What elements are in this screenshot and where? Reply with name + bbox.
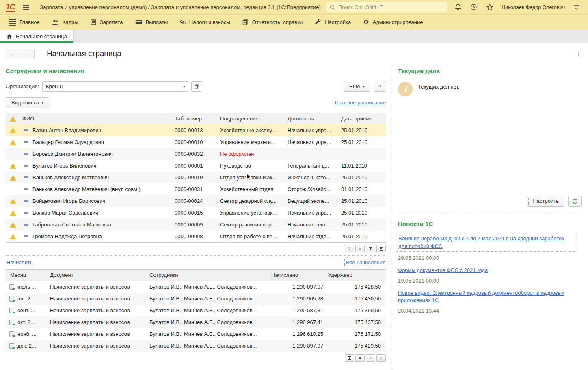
- news-link[interactable]: Влияние нерабочих дней с 4 по 7 мая 2021…: [398, 235, 574, 250]
- wallet-icon: [135, 20, 142, 25]
- list-view-button[interactable]: Вид списка▾: [6, 97, 49, 108]
- organization-value: Крон-Ц: [43, 82, 179, 91]
- news-panel: Новости 1С Влияние нерабочих дней с 4 по…: [398, 215, 582, 370]
- menu-item-payments[interactable]: Выплаты: [129, 15, 174, 30]
- menu-item-reports[interactable]: Отчетность, справки: [236, 15, 309, 30]
- col-hire-date: Дата приема: [339, 115, 386, 122]
- scroll-down-button[interactable]: [366, 354, 375, 362]
- global-search-input[interactable]: Поиск Ctrl+Shift+F: [326, 2, 447, 12]
- all-accruals-link[interactable]: Все начисления: [346, 259, 385, 266]
- forward-arrow-icon: →: [24, 50, 30, 57]
- accruals-table-pager: [6, 352, 386, 363]
- scroll-last-button[interactable]: [376, 354, 386, 362]
- menu-item-hr[interactable]: Кадры: [46, 15, 84, 30]
- employee-status-icon: [24, 200, 28, 202]
- more-button[interactable]: Еще▾: [344, 81, 370, 92]
- col-position: Должность: [285, 115, 339, 122]
- employees-section-title: Сотрудники и начисления: [6, 67, 386, 74]
- employee-row[interactable]: Ваньков Александр Матвеевич (внут. совм.…: [6, 183, 386, 195]
- accrual-row[interactable]: сент. ... Начисление зарплаты и взносов …: [6, 305, 386, 316]
- menu-item-taxes[interactable]: % Налоги и взносы: [174, 15, 236, 30]
- news-link[interactable]: Новое видео. Электронный кадровый докуме…: [398, 289, 573, 305]
- search-placeholder: Поиск Ctrl+Shift+F: [338, 4, 383, 10]
- menu-item-salary[interactable]: Зарплата: [84, 15, 129, 30]
- accruals-table-header[interactable]: Месяц Документ Сотрудники Начислено Удер…: [6, 270, 386, 281]
- employee-row[interactable]: Боровой Дмитрий Валентинович 0000-00032 …: [6, 148, 386, 160]
- menu-item-administration[interactable]: ⚙ Администрирование: [357, 15, 429, 30]
- organization-choose-button[interactable]: [191, 81, 202, 92]
- scroll-first-button[interactable]: [345, 245, 354, 252]
- employee-status-icon: [24, 165, 28, 167]
- forward-button[interactable]: →: [20, 49, 35, 59]
- panel-splitter[interactable]: [6, 255, 386, 256]
- accrue-link[interactable]: Начислить: [6, 259, 32, 266]
- scroll-first-button[interactable]: [345, 354, 354, 362]
- employee-row[interactable]: Войцехович Игорь Борисович 0000-00024 Се…: [6, 195, 386, 207]
- employee-row[interactable]: Громова Надежда Петровна 0000-00008 Отде…: [6, 231, 386, 242]
- employee-status-icon: [24, 129, 28, 131]
- employee-row[interactable]: Базин Антон Владимирович 0000-00013 Хозя…: [6, 124, 386, 136]
- employee-row[interactable]: Волков Марат Савельевич 0000-00015 Управ…: [6, 207, 386, 219]
- notifications-bell-icon[interactable]: [452, 2, 463, 13]
- organization-combobox[interactable]: Крон-Ц ▾: [42, 81, 189, 92]
- accrual-row[interactable]: авг. 2... Начисление зарплаты и взносов …: [6, 293, 386, 305]
- employee-row[interactable]: Ваньков Александр Матвеевич 0000-00019 О…: [6, 172, 386, 183]
- accrual-row[interactable]: июль ... Начисление зарплаты и взносов Б…: [6, 281, 386, 293]
- refresh-button[interactable]: [568, 196, 582, 207]
- gear-icon: ⚙: [363, 19, 369, 26]
- favorites-star-icon[interactable]: [484, 2, 495, 13]
- scroll-up-button[interactable]: [355, 245, 365, 252]
- home-icon: [6, 34, 12, 39]
- posted-document-icon: [9, 296, 14, 302]
- staffing-schedule-link[interactable]: Штатное расписание: [335, 100, 386, 106]
- accrual-row[interactable]: дек. 2... Начисление зарплаты и взносов …: [6, 340, 386, 352]
- employee-row[interactable]: Бальцер Герман Эдуардович 0000-00010 Упр…: [6, 136, 386, 148]
- wrench-icon: [315, 19, 321, 26]
- employee-status-icon: [24, 141, 28, 143]
- system-menu-icon[interactable]: [571, 2, 582, 13]
- warning-icon: [10, 234, 16, 239]
- page-header: ← → Начальная страница ⋮: [0, 43, 588, 62]
- posted-document-icon: [9, 308, 14, 313]
- organization-dropdown-icon[interactable]: ▾: [179, 82, 189, 91]
- more-actions-kebab-icon[interactable]: ⋮: [575, 50, 582, 57]
- news-link[interactable]: Формы документов ФСС с 2021 года: [398, 267, 573, 274]
- refresh-icon: [572, 198, 578, 205]
- open-windows-tabbar: Начальная страница: [0, 30, 588, 43]
- current-user[interactable]: Николаев Федор Олегович: [502, 4, 565, 10]
- scroll-up-button[interactable]: [355, 354, 365, 362]
- employee-status-icon: [24, 176, 28, 178]
- help-button[interactable]: ?: [374, 81, 386, 92]
- main-menu-icon[interactable]: [23, 5, 29, 10]
- news-date: 19.05.2021 00:00: [398, 278, 582, 284]
- col-employees: Сотрудники: [147, 272, 269, 278]
- history-icon[interactable]: [468, 2, 479, 13]
- scroll-down-button[interactable]: [366, 245, 375, 252]
- accrual-row[interactable]: окт. 2... Начисление зарплаты и взносов …: [6, 316, 386, 328]
- calculator-icon: [91, 19, 96, 25]
- news-item[interactable]: Влияние нерабочих дней с 4 по 7 мая 2021…: [396, 234, 576, 252]
- search-icon: [330, 4, 335, 10]
- warning-icon: [10, 175, 16, 181]
- documents-icon: [242, 19, 249, 25]
- home-page-content: Сотрудники и начисления Организация: Кро…: [0, 62, 588, 370]
- back-arrow-icon: ←: [10, 50, 16, 57]
- col-month: Месяц: [6, 272, 48, 278]
- back-button[interactable]: ←: [6, 49, 20, 59]
- employee-status-icon: [24, 224, 28, 226]
- accrual-row[interactable]: нояб. ... Начисление зарплаты и взносов …: [6, 328, 386, 340]
- tab-home[interactable]: Начальная страница: [0, 30, 74, 43]
- right-panel-splitter[interactable]: [398, 213, 582, 213]
- menu-item-main[interactable]: Главное: [3, 15, 46, 30]
- employee-row[interactable]: Булатов Игорь Виленович 0000-00001 Руков…: [6, 160, 386, 172]
- scroll-last-button[interactable]: [376, 245, 386, 252]
- configure-button[interactable]: Настроить: [527, 196, 564, 207]
- employees-table-header[interactable]: ФИО↓ Таб. номер Подразделение Должность …: [6, 113, 386, 124]
- menu-item-settings[interactable]: Настройка: [309, 15, 357, 30]
- panels-splitter[interactable]: [391, 64, 391, 370]
- sort-desc-icon: ↓: [164, 115, 170, 122]
- current-tasks-title: Текущие дела: [398, 67, 582, 74]
- choose-icon: [195, 84, 199, 89]
- employee-row[interactable]: Габровская Светлана Марковна 0000-00009 …: [6, 219, 386, 231]
- posted-document-icon: [9, 343, 14, 349]
